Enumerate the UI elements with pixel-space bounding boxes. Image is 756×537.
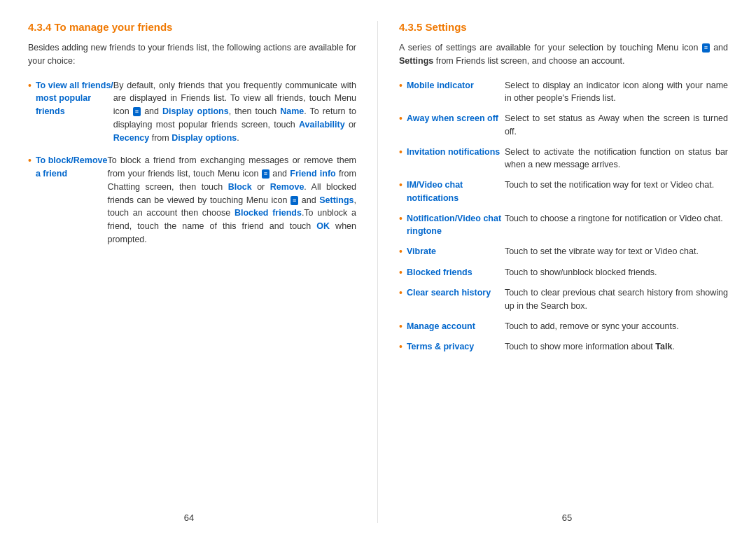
bullet-dot: •	[399, 146, 402, 160]
menu-icon: ≡	[133, 107, 141, 116]
bullet-dot: •	[28, 79, 31, 93]
left-column: 4.3.4 To manage your friends Besides add…	[28, 21, 378, 523]
bullet-dot: •	[399, 266, 402, 280]
settings-list: • Mobile indicator Select to display an …	[399, 79, 728, 354]
bullet-dot: •	[399, 320, 402, 334]
right-column: 4.3.5 Settings A series of settings are …	[378, 21, 728, 523]
item-desc: By default, only friends that you freque…	[113, 79, 356, 145]
settings-term: Clear search history	[407, 286, 505, 300]
settings-term: IM/Video chat notifications	[407, 179, 505, 205]
settings-desc: Touch to add, remove or sync your accoun…	[505, 320, 728, 333]
bullet-dot: •	[399, 245, 402, 259]
settings-desc: Touch to show more information about Tal…	[505, 340, 728, 354]
list-item: • Terms & privacy Touch to show more inf…	[399, 340, 728, 354]
settings-term: Terms & privacy	[407, 340, 505, 354]
list-item: • To view all friends/most popularfriend…	[28, 79, 356, 145]
right-intro: A series of settings are available for y…	[399, 41, 728, 68]
settings-term: Mobile indicator	[407, 79, 505, 92]
left-page-number: 64	[184, 512, 194, 523]
page-footer: 64 65	[0, 512, 756, 523]
list-item: • Invitation notifications Select to act…	[399, 146, 728, 172]
list-item: • To block/Removea friend To block a fri…	[28, 154, 356, 246]
list-item: • Away when screen off Select to set sta…	[399, 112, 728, 139]
bullet-dot: •	[399, 286, 402, 300]
settings-desc: Select to display an indicator icon alon…	[505, 79, 728, 106]
item-term: To view all friends/most popularfriends	[36, 79, 113, 118]
bullet-dot: •	[399, 79, 402, 93]
menu-icon: ≡	[262, 169, 270, 179]
settings-desc: Select to set status as Away when the sc…	[505, 112, 728, 139]
list-item: • Manage account Touch to add, remove or…	[399, 320, 728, 334]
bullet-dot: •	[399, 112, 402, 126]
settings-desc: Touch to show/unblock blocked friends.	[505, 266, 728, 279]
list-item: • Clear search history Touch to clear pr…	[399, 286, 728, 313]
settings-term: Blocked friends	[407, 266, 505, 279]
left-section-title: 4.3.4 To manage your friends	[28, 21, 356, 33]
left-intro: Besides adding new friends to your frien…	[28, 41, 356, 68]
list-item: • Notification/Video chat ringtone Touch…	[399, 212, 728, 239]
list-item: • IM/Video chat notifications Touch to s…	[399, 179, 728, 205]
bullet-dot: •	[399, 212, 402, 226]
menu-icon: ≡	[290, 196, 298, 205]
settings-desc: Select to activate the notification func…	[505, 146, 728, 172]
settings-term: Notification/Video chat ringtone	[407, 212, 505, 239]
list-item: • Blocked friends Touch to show/unblock …	[399, 266, 728, 280]
settings-term: Manage account	[407, 320, 505, 333]
right-section-title: 4.3.5 Settings	[399, 21, 728, 33]
list-item: • Vibrate Touch to set the vibrate way f…	[399, 245, 728, 259]
settings-desc: Touch to choose a ringtone for notificat…	[505, 212, 728, 225]
bullet-dot: •	[399, 179, 402, 193]
menu-icon: ≡	[702, 43, 710, 53]
right-page-number: 65	[562, 512, 572, 523]
bullet-dot: •	[399, 340, 402, 354]
settings-term: Invitation notifications	[407, 146, 505, 159]
settings-term: Vibrate	[407, 245, 505, 258]
bullet-dot: •	[28, 154, 31, 168]
settings-desc: Touch to set the notification way for te…	[505, 179, 728, 192]
item-desc: To block a friend from exchanging messag…	[107, 154, 356, 246]
left-bullet-list: • To view all friends/most popularfriend…	[28, 79, 356, 246]
settings-desc: Touch to set the vibrate way for text or…	[505, 245, 728, 258]
page-container: 4.3.4 To manage your friends Besides add…	[0, 0, 756, 537]
settings-term: Away when screen off	[407, 112, 505, 125]
settings-desc: Touch to clear previous chat search hist…	[505, 286, 728, 313]
item-term: To block/Removea friend	[36, 154, 108, 181]
list-item: • Mobile indicator Select to display an …	[399, 79, 728, 106]
